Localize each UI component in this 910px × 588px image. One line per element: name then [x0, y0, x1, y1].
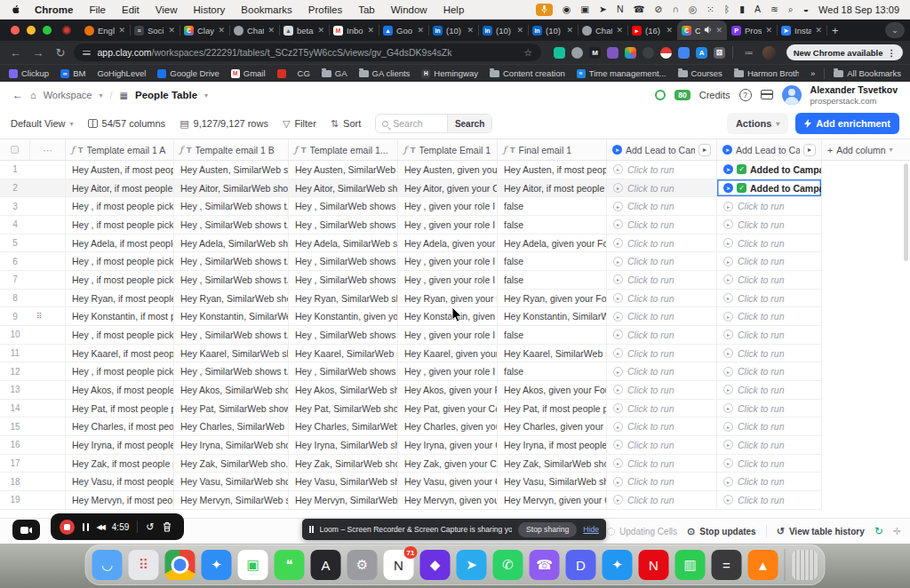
browser-tab-pros[interactable]: PPros✕ [727, 20, 777, 40]
dock-app-messenger[interactable]: ✦ [603, 550, 633, 580]
close-tab-icon[interactable]: ✕ [367, 26, 374, 35]
run-cell[interactable]: ▸Click to run [607, 362, 717, 380]
cell[interactable]: false [498, 362, 607, 380]
cell[interactable]: Hey Austen, given your Fo... [398, 161, 498, 179]
menubar-item-file[interactable]: File [81, 4, 114, 15]
row-options-header[interactable]: ⋯ [30, 139, 66, 160]
row-number[interactable]: 14 [0, 400, 30, 417]
campaign-status-cell[interactable]: ▸Click to run [717, 216, 822, 234]
camera-icon[interactable]: ◉ [563, 4, 571, 14]
menubar-item-profiles[interactable]: Profiles [300, 4, 350, 15]
search-button[interactable]: Search [447, 115, 491, 132]
columns-toggle[interactable]: 54/57 columns [88, 118, 166, 129]
cell[interactable]: Hey Mervyn, if most peop... [66, 491, 174, 509]
row-number[interactable]: 16 [0, 436, 30, 454]
vertical-scrollbar[interactable] [904, 163, 908, 261]
loom-mic-icon[interactable] [536, 4, 553, 16]
close-tab-icon[interactable]: ✕ [815, 26, 822, 35]
reading-list-icon[interactable]: ≔ [740, 48, 757, 58]
workspace-breadcrumb[interactable]: Workspace [44, 90, 92, 100]
row-drag-handle[interactable] [30, 491, 66, 509]
row-number[interactable]: 3 [0, 197, 30, 215]
window-icon[interactable]: ▣ [580, 4, 589, 14]
cell[interactable]: Hey , SimilarWeb shows t... [289, 271, 398, 289]
row-number[interactable]: 4 [0, 216, 30, 234]
row-drag-handle[interactable] [30, 473, 66, 490]
campaign-status-cell[interactable]: ▸Click to run [717, 491, 822, 509]
cell[interactable]: Hey Akos, SimilarWeb sho... [174, 381, 289, 399]
cell[interactable]: Hey , given your role I tho... [398, 197, 498, 215]
cell[interactable]: Hey , SimilarWeb shows t... [174, 197, 289, 215]
cell[interactable]: Hey , SimilarWeb shows t... [289, 216, 398, 234]
cell[interactable]: Hey Pat, given your Co-Fo... [398, 400, 498, 417]
browser-tab-chat[interactable]: Chat✕ [578, 20, 627, 40]
menubar-item-view[interactable]: View [148, 4, 186, 15]
cell[interactable]: Hey Zak, if most people pi... [66, 455, 174, 473]
browser-tab-chat[interactable]: Chat✕ [229, 20, 279, 40]
ext-pokeball[interactable] [660, 47, 672, 59]
chevron-down-icon[interactable]: ▾ [99, 91, 102, 99]
all-bookmarks-button[interactable]: All Bookmarks [834, 68, 901, 78]
search-input[interactable]: Search Search [375, 114, 492, 133]
loom-camera-button[interactable] [12, 520, 40, 540]
cell[interactable]: Hey Akos, SimilarWeb sho... [289, 381, 398, 399]
cell[interactable]: Hey Mervyn, SimilarWeb s... [289, 491, 398, 509]
battery-icon[interactable]: ▮ [739, 4, 745, 14]
cell[interactable]: Hey , given your role I tho... [398, 362, 498, 380]
bookmark-ga-clients[interactable]: GA clients [359, 68, 411, 78]
dock-app-settings[interactable]: ⚙ [347, 550, 378, 580]
row-number[interactable]: 12 [0, 362, 30, 380]
cell[interactable]: Hey , given your role I tho... [398, 252, 498, 270]
column-header-7[interactable]: ➤Add Lead to Campa..▸ [717, 139, 822, 160]
cell[interactable]: Hey , SimilarWeb shows t... [174, 252, 289, 270]
actions-button[interactable]: Actions ▾ [727, 113, 788, 134]
row-drag-handle[interactable]: ⠿ [30, 307, 66, 325]
ext-green[interactable] [554, 47, 565, 59]
bookmark-ga[interactable]: GA [322, 68, 347, 78]
cell[interactable]: Hey Konstantin, SimilarWe... [174, 307, 289, 325]
row-drag-handle[interactable] [30, 455, 66, 473]
row-drag-handle[interactable] [30, 417, 66, 435]
cell[interactable]: Hey Adela, SimilarWeb sh... [289, 234, 398, 252]
run-cell[interactable]: ▸Click to run [607, 290, 717, 307]
campaign-status-cell[interactable]: ▸Click to run [717, 362, 822, 380]
row-drag-handle[interactable] [30, 362, 66, 380]
user-info[interactable]: Alexander Tsvetkov prosperstack.com [810, 84, 898, 106]
cell[interactable]: Hey Charles, SimilarWeb ... [289, 417, 398, 435]
dock-trash[interactable] [792, 550, 818, 580]
run-column-button[interactable]: ▸ [698, 144, 711, 156]
sort-button[interactable]: ⇅ Sort [331, 118, 361, 130]
column-header-3[interactable]: ƒTTemplate email 1... [289, 139, 398, 160]
cell[interactable]: Hey Kaarel, given your Co... [398, 345, 498, 362]
dock-app-launchpad[interactable]: ⠿ [129, 550, 159, 580]
cell[interactable]: Hey Pat, SimilarWeb show... [289, 400, 398, 417]
search-icon[interactable]: ⌕ [788, 4, 794, 14]
run-cell[interactable]: ▸Click to run [607, 307, 717, 325]
close-tab-icon[interactable]: ✕ [666, 26, 673, 35]
bookmark-hemingway[interactable]: HHemingway [421, 68, 478, 78]
phone-icon[interactable]: ☎ [633, 4, 644, 14]
run-cell[interactable]: ▸Click to run [607, 491, 717, 509]
row-number[interactable]: 18 [0, 473, 30, 490]
column-header-4[interactable]: ƒTTemplate Email 1... [398, 139, 498, 160]
back-arrow-icon[interactable]: ← [12, 89, 23, 101]
tab-audio-icon[interactable] [704, 26, 712, 36]
run-cell[interactable]: ▸Click to run [607, 161, 717, 179]
cell[interactable]: Hey Aitor, SimilarWeb sho... [174, 179, 289, 197]
cell[interactable]: Hey Pat, if most people pi... [66, 400, 174, 417]
column-header-2[interactable]: ƒTTempalte email 1 B [174, 139, 289, 160]
cell[interactable]: Hey Akos, given your Fou... [398, 381, 498, 399]
cell[interactable]: Hey Konstantin, given you... [398, 307, 498, 325]
more-menu-icon[interactable]: ⋮ [888, 48, 897, 58]
bookmark-cg[interactable]: CG [298, 68, 310, 78]
cell[interactable]: false [498, 216, 607, 234]
restart-recording-button[interactable]: ↺ [146, 521, 154, 533]
keyboard-input-icon[interactable]: A [754, 4, 761, 14]
close-tab-icon[interactable]: ✕ [417, 26, 424, 35]
browser-tab-10[interactable]: in(10)✕ [478, 20, 528, 40]
dock-app-viber[interactable]: ☎ [530, 550, 560, 580]
menubar-app-name[interactable]: Chrome [27, 4, 81, 15]
campaign-status-cell[interactable]: ▸Click to run [717, 234, 822, 252]
apple-logo-icon[interactable] [11, 4, 21, 15]
run-cell[interactable]: ▸Click to run [607, 234, 717, 252]
